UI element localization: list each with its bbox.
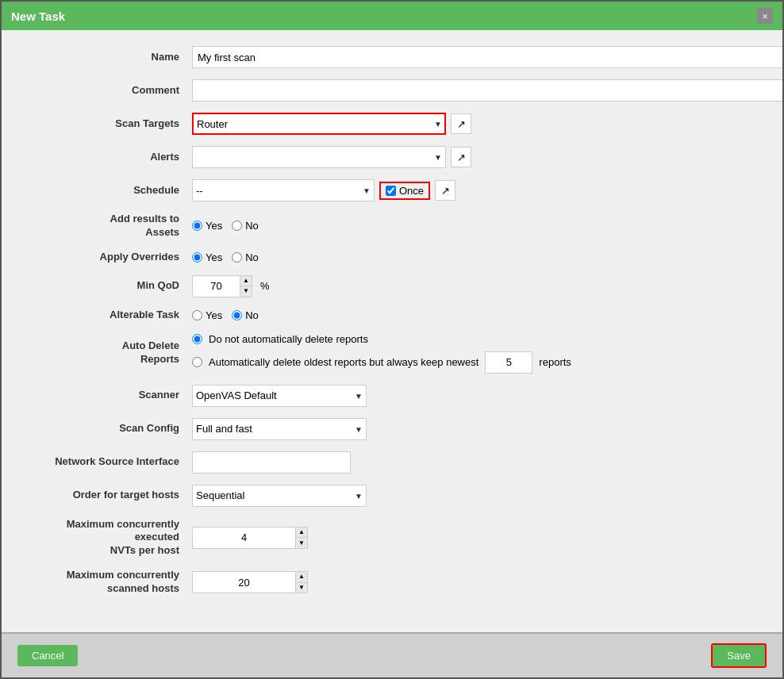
min-qod-unit: % [260,280,270,292]
auto-delete-row: Auto Delete Reports Do not automatically… [33,333,751,374]
auto-delete-control: Do not automatically delete reports Auto… [192,333,751,374]
max-hosts-row: Maximum concurrently scanned hosts ▲ ▼ [33,569,751,596]
order-select[interactable]: Sequential [192,485,367,507]
dialog-title: New Task [11,10,65,23]
scan-config-control: Full and fast [192,418,751,440]
auto-delete-label: Auto Delete Reports [33,340,192,366]
add-results-no-radio[interactable] [232,221,242,231]
alerts-new-button[interactable]: ↗ [451,147,471,167]
dialog-header: New Task × [2,2,782,30]
alerts-select[interactable] [192,146,446,168]
cancel-button[interactable]: Cancel [17,645,78,666]
scan-targets-select-wrapper: Router [192,113,446,135]
add-results-control: Yes No [192,220,751,232]
scan-targets-new-button[interactable]: ↗ [451,113,471,134]
once-checkbox-wrap: Once [379,182,430,200]
alterable-task-label: Alterable Task [33,309,192,322]
add-results-yes-item: Yes [192,220,222,232]
max-nvts-control: ▲ ▼ [192,527,751,549]
add-results-no-item: No [232,220,259,232]
alterable-no-label: No [245,309,259,321]
name-label: Name [33,51,192,64]
scanner-select[interactable]: OpenVAS Default [192,385,367,407]
network-source-input[interactable] [192,451,351,474]
auto-delete-no-label: Do not automatically delete reports [209,333,368,345]
apply-overrides-no-label: No [245,251,259,263]
save-button[interactable]: Save [711,643,767,668]
max-hosts-down-button[interactable]: ▼ [296,583,307,593]
alterable-task-row: Alterable Task Yes No [33,309,751,322]
alterable-no-item: No [232,309,259,321]
scan-config-label: Scan Config [33,422,192,435]
alerts-control: ↗ [192,146,751,168]
comment-row: Comment [33,79,751,102]
scanner-select-wrapper: OpenVAS Default [192,385,367,407]
auto-delete-opt1-row: Do not automatically delete reports [192,333,571,345]
add-results-yes-radio[interactable] [192,221,202,231]
alterable-no-radio[interactable] [232,310,242,320]
order-select-wrapper: Sequential [192,485,367,507]
name-control [192,46,782,68]
alerts-select-wrapper [192,146,446,168]
apply-overrides-yes-radio[interactable] [192,252,202,263]
max-hosts-up-button[interactable]: ▲ [296,572,307,583]
min-qod-control: ▲ ▼ % [192,275,751,297]
max-nvts-label: Maximum concurrently executed NVTs per h… [33,518,192,558]
dialog-body: Name Comment Scan Targets Router [2,30,782,632]
apply-overrides-no-radio[interactable] [232,252,242,263]
schedule-label: Schedule [33,184,192,198]
auto-delete-yes-label: Automatically delete oldest reports but … [209,356,478,368]
schedule-row: Schedule -- Once ↗ [33,179,751,201]
max-nvts-spinner: ▲ ▼ [295,527,308,549]
alterable-task-control: Yes No [192,309,751,321]
scanner-row: Scanner OpenVAS Default [33,385,751,407]
min-qod-down-button[interactable]: ▼ [240,286,252,297]
alerts-row: Alerts ↗ [33,146,751,168]
once-checkbox[interactable] [386,186,396,196]
scan-config-select-wrapper: Full and fast [192,418,367,440]
new-task-dialog: New Task × Name Comment Scan Targets Rou [0,0,784,679]
scanner-control: OpenVAS Default [192,385,751,407]
add-results-label: Add results to Assets [33,213,192,240]
name-row: Name [33,46,751,68]
min-qod-spinner: ▲ ▼ [240,275,252,297]
alterable-yes-radio[interactable] [192,310,202,320]
scan-targets-row: Scan Targets Router ↗ [33,113,751,135]
max-nvts-spinner-group: ▲ ▼ [192,527,308,549]
max-hosts-spinner-group: ▲ ▼ [192,571,308,593]
max-hosts-input[interactable] [192,571,295,593]
min-qod-input[interactable] [192,275,240,297]
network-source-label: Network Source Interface [33,455,192,469]
network-source-row: Network Source Interface [33,451,751,474]
scan-config-select[interactable]: Full and fast [192,418,367,440]
min-qod-label: Min QoD [33,279,192,293]
external-link-icon-alerts: ↗ [457,152,466,163]
schedule-select-wrapper: -- [192,179,375,201]
min-qod-up-button[interactable]: ▲ [240,276,252,287]
schedule-new-button[interactable]: ↗ [435,180,455,201]
name-input[interactable] [192,46,782,68]
apply-overrides-control: Yes No [192,251,751,263]
dialog-footer: Cancel Save [2,632,782,677]
external-link-icon: ↗ [457,118,466,130]
auto-delete-no-radio[interactable] [192,334,202,344]
apply-overrides-label: Apply Overrides [33,251,192,264]
max-nvts-up-button[interactable]: ▲ [296,527,307,539]
keep-newest-input[interactable] [485,351,532,374]
once-label: Once [399,185,424,197]
schedule-select[interactable]: -- [192,179,375,201]
alerts-label: Alerts [33,151,192,164]
apply-overrides-row: Apply Overrides Yes No [33,251,751,264]
min-qod-spinner-group: ▲ ▼ [192,275,252,297]
scan-targets-control: Router ↗ [192,113,751,135]
max-nvts-down-button[interactable]: ▼ [296,538,307,548]
auto-delete-yes-radio[interactable] [192,357,202,367]
close-button[interactable]: × [757,8,773,24]
max-nvts-input[interactable] [192,527,295,549]
comment-input[interactable] [192,79,782,102]
scan-targets-select[interactable]: Router [192,113,446,135]
add-results-yes-label: Yes [206,220,222,232]
scan-config-row: Scan Config Full and fast [33,418,751,440]
comment-label: Comment [33,84,192,98]
min-qod-row: Min QoD ▲ ▼ % [33,275,751,297]
